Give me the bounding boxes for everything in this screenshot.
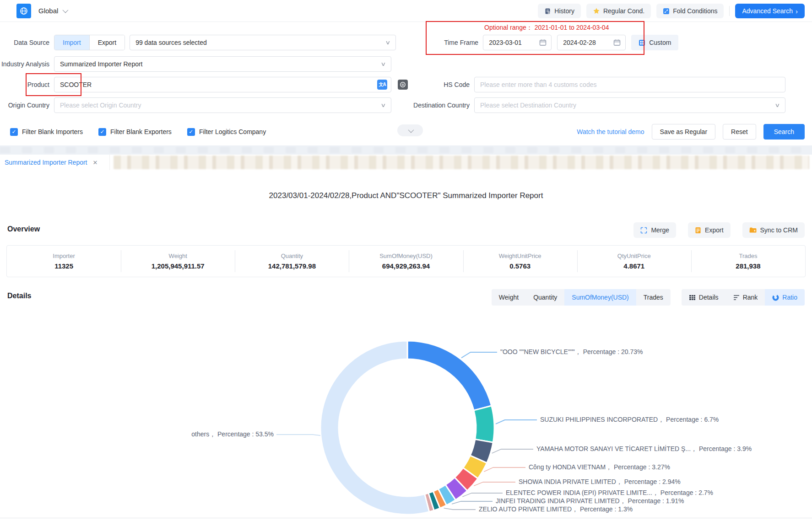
region-logo[interactable] <box>16 4 31 18</box>
label-leader-line <box>492 449 533 453</box>
overview-stats-card: Importer 11325 Weight 1,205,945,911.57 Q… <box>6 245 806 277</box>
product-label: Product <box>0 81 49 88</box>
custom-icon <box>639 39 645 46</box>
slice-label: SHOWA INDIA PRIVATE LIMITED， Percentage … <box>519 478 681 486</box>
date-to-input[interactable]: 2024-02-28 <box>557 35 626 50</box>
import-tab[interactable]: Import <box>54 35 89 50</box>
report-title: 2023/03/01-2024/02/28,Product AND"SCOOTE… <box>0 191 812 200</box>
blurred-content <box>0 147 812 153</box>
chevron-down-icon[interactable] <box>63 7 69 13</box>
chevron-down-icon: ∨ <box>385 39 391 46</box>
filter-blank-exporters-checkbox[interactable]: ✓ Filter Blank Exporters <box>98 128 172 136</box>
app-page: Global History Regular Cond. <box>0 0 812 521</box>
filter-blank-importers-checkbox[interactable]: ✓ Filter Blank Importers <box>10 128 83 136</box>
industry-analysis-label: Industry Analysis <box>0 60 49 68</box>
merge-icon <box>640 227 647 234</box>
export-tab[interactable]: Export <box>89 35 125 50</box>
export-button[interactable]: Export <box>688 222 730 238</box>
close-icon[interactable]: ✕ <box>93 159 98 166</box>
donut-svg <box>0 293 812 521</box>
donut-slice[interactable] <box>320 341 429 515</box>
tab-summarized-importer-report[interactable]: Summarized Importer Report ✕ <box>0 155 110 170</box>
sync-to-crm-button[interactable]: Sync to CRM <box>742 222 805 238</box>
stat-weight: Weight 1,205,945,911.57 <box>121 246 235 277</box>
label-leader-line <box>461 352 497 358</box>
save-as-regular-button[interactable]: Save as Regular <box>652 124 716 140</box>
tutorial-link[interactable]: Watch the tutorial demo <box>577 128 644 135</box>
top-bar-actions: History Regular Cond. Fold Conditions <box>538 4 805 18</box>
optional-range-note: Optional range： 2021-01-01 to 2024-03-04 <box>484 24 609 32</box>
reset-button[interactable]: Reset <box>723 124 756 140</box>
time-frame-label: Time Frame <box>396 39 478 46</box>
destination-country-label: Destination Country <box>391 102 470 109</box>
slice-label: JINFEI TRADING INDIA PRIVATE LIMITED， Pe… <box>496 497 684 505</box>
slice-label: ZELIO AUTO PRIVATE LIMITED， Percentage :… <box>479 505 633 514</box>
advanced-search-button[interactable]: Advanced Search › <box>735 4 805 18</box>
stat-quantity: Quantity 142,781,579.98 <box>235 246 349 277</box>
search-button[interactable]: Search <box>763 124 805 140</box>
regular-cond-button[interactable]: Regular Cond. <box>586 4 651 18</box>
globe-icon <box>20 7 28 15</box>
overview-actions: Merge Export Sync to CRM <box>633 222 805 238</box>
form-row-country: Origin Country Please select Origin Coun… <box>0 97 812 113</box>
blurred-tabs <box>114 156 809 169</box>
filter-checkbox-row: ✓ Filter Blank Importers ✓ Filter Blank … <box>10 124 266 140</box>
chevron-down-icon: ∨ <box>380 102 386 108</box>
date-from-input[interactable]: 2023-03-01 <box>483 35 552 50</box>
slice-label: others， Percentage : 53.5% <box>191 430 274 439</box>
form-row-datasource: Data Source Import Export 99 data source… <box>0 35 812 50</box>
data-source-label: Data Source <box>0 39 49 46</box>
collapse-form-button[interactable] <box>397 124 423 136</box>
chevron-down-icon: ∨ <box>380 61 386 67</box>
stat-weight-unit-price: WeightUnitPrice 0.5763 <box>463 246 577 277</box>
label-leader-line <box>462 493 503 497</box>
history-button[interactable]: History <box>538 4 581 18</box>
chevron-down-icon <box>408 127 414 133</box>
slice-label: SUZUKI PHILIPPINES INCORPORATED， Percent… <box>540 416 719 424</box>
label-leader-line <box>496 420 537 424</box>
hs-code-label: HS Code <box>408 81 470 88</box>
crm-folder-icon <box>749 227 757 233</box>
slice-label: Công ty HONDA VIETNAM， Percentage : 3.27… <box>529 463 670 472</box>
filter-logistics-company-checkbox[interactable]: ✓ Filter Logitics Company <box>187 128 266 136</box>
import-export-segment: Import Export <box>54 35 125 50</box>
export-file-icon <box>695 227 701 234</box>
bottom-section-divider <box>0 518 812 518</box>
hs-code-input[interactable]: Please enter more than 4 customs codes <box>474 77 785 92</box>
chevron-down-icon: ∨ <box>774 102 780 108</box>
industry-analysis-select[interactable]: Summarized Importer Report ∨ <box>54 56 391 72</box>
stat-importer: Importer 11325 <box>7 246 121 277</box>
check-icon: ✓ <box>187 128 195 136</box>
product-input[interactable]: SCOOTER 文A <box>54 77 391 92</box>
fold-conditions-button[interactable]: Fold Conditions <box>656 4 724 18</box>
check-icon: ✓ <box>98 128 106 136</box>
toolbar-divider <box>729 6 730 16</box>
form-row-industry: Industry Analysis Summarized Importer Re… <box>0 56 812 72</box>
calendar-icon <box>539 39 547 46</box>
donut-slice[interactable] <box>407 341 492 410</box>
destination-country-select[interactable]: Please select Destination Country ∨ <box>474 97 785 113</box>
label-leader-line <box>484 467 525 472</box>
star-icon <box>593 7 600 15</box>
calendar-icon <box>613 39 621 46</box>
top-bar: Global History Regular Cond. <box>0 0 812 22</box>
section-divider-band <box>0 145 812 155</box>
donut-slice[interactable] <box>474 406 494 442</box>
form-row-product: Product SCOOTER 文A HS Code Please enter … <box>0 77 812 92</box>
custom-range-button[interactable]: Custom <box>631 35 678 50</box>
label-leader-line <box>276 435 320 435</box>
slice-label: YAMAHA MOTOR SANAYI VE TİCARET LİMİTED Ş… <box>536 445 752 453</box>
slice-label: ELENTEC POWER INDIA (EPI) PRIVATE LIMITE… <box>506 489 713 497</box>
stat-sum-of-money: SumOfMoney(USD) 694,929,263.94 <box>349 246 463 277</box>
origin-country-select[interactable]: Please select Origin Country ∨ <box>54 97 391 113</box>
data-sources-select[interactable]: 99 data sources selected ∨ <box>130 35 396 50</box>
label-leader-line <box>452 501 493 504</box>
fuzzy-match-icon[interactable] <box>398 80 408 90</box>
slice-label: "OOO ""NEW BICYCLE"""， Percentage : 20.7… <box>500 348 643 356</box>
region-selector-label[interactable]: Global <box>38 7 58 15</box>
stat-qty-unit-price: QtyUnitPrice 4.8671 <box>577 246 691 277</box>
fold-icon <box>663 8 670 15</box>
translate-icon[interactable]: 文A <box>377 80 387 90</box>
merge-button[interactable]: Merge <box>633 222 676 238</box>
overview-heading: Overview <box>7 225 40 233</box>
